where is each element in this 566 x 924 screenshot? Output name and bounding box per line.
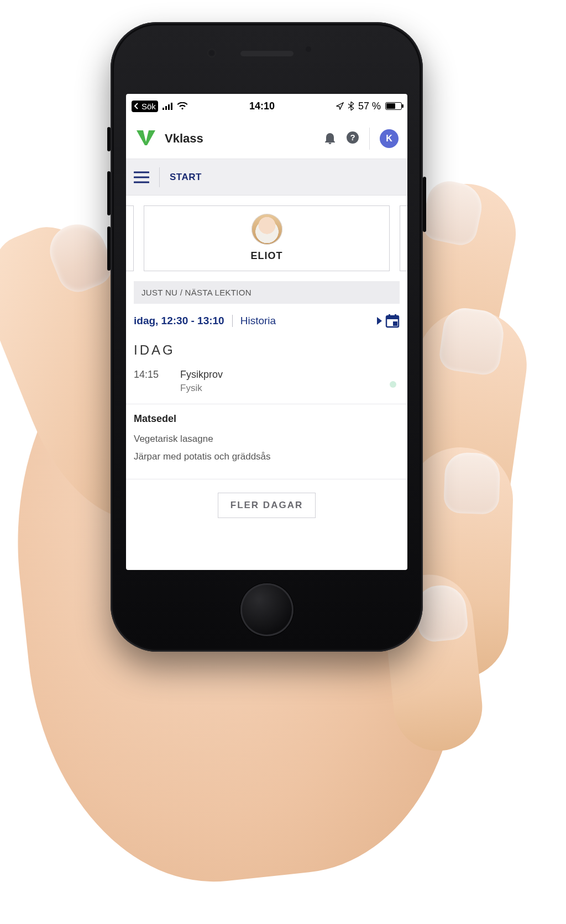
chevron-left-icon (134, 103, 139, 109)
app-name: Vklass (165, 131, 203, 146)
phone-volume-down (107, 226, 111, 271)
lunch-menu-block: Matsedel Vegetarisk lasagne Järpar med p… (126, 404, 407, 479)
event-status-dot (390, 381, 396, 388)
app-header: Vklass ? K (126, 118, 407, 159)
bluetooth-icon (348, 102, 354, 110)
more-days-button[interactable]: FLER DAGAR (218, 493, 316, 518)
hamburger-menu-button[interactable] (134, 171, 149, 183)
phone-mute-switch (107, 127, 111, 151)
wifi-icon (177, 102, 188, 110)
lunch-menu-item: Järpar med potatis och gräddsås (134, 448, 400, 466)
notifications-button[interactable] (324, 131, 336, 146)
help-icon: ? (346, 131, 359, 144)
profile-avatar[interactable]: K (380, 129, 399, 148)
student-avatar (251, 214, 282, 245)
phone-front-camera (207, 49, 216, 57)
main-content: ELIOT JUST NU / NÄSTA LEKTION idag, 12:3… (126, 196, 407, 538)
student-card[interactable]: ELIOT (144, 205, 390, 271)
today-heading: IDAG (126, 340, 407, 366)
sub-header: START (126, 159, 407, 196)
svg-rect-6 (393, 321, 397, 326)
event-time: 14:15 (134, 369, 169, 381)
subheader-divider (159, 167, 160, 187)
phone-volume-up (107, 171, 111, 215)
phone-power-button (423, 177, 426, 232)
battery-percent: 57 % (358, 101, 381, 112)
profile-initial: K (386, 134, 392, 144)
back-to-app-chip[interactable]: Sök (132, 101, 158, 112)
svg-rect-3 (386, 316, 399, 319)
battery-icon (385, 102, 402, 110)
open-calendar-button[interactable] (377, 314, 400, 328)
svg-rect-5 (395, 314, 396, 318)
phone-speaker (240, 51, 294, 56)
phone-proximity-sensor (306, 46, 311, 52)
cellular-signal-icon (163, 102, 172, 110)
back-to-app-label: Sök (142, 102, 156, 111)
screen: Sök 14:10 57 % (126, 94, 407, 570)
vklass-logo-icon (135, 129, 157, 149)
status-bar: Sök 14:10 57 % (126, 94, 407, 118)
student-name: ELIOT (251, 250, 283, 262)
next-lesson-subject: Historia (240, 315, 276, 327)
header-divider (369, 128, 370, 150)
vertical-separator (232, 315, 233, 327)
next-lesson-row[interactable]: idag, 12:30 - 13:10 Historia (126, 304, 407, 340)
today-event-row[interactable]: 14:15 Fysikprov Fysik (126, 366, 407, 404)
lunch-menu-item: Vegetarisk lasagne (134, 430, 400, 448)
phone-frame: Sök 14:10 57 % (111, 22, 423, 652)
student-card-peek-right[interactable] (400, 205, 407, 271)
bell-icon (324, 131, 336, 144)
student-carousel[interactable]: ELIOT (126, 205, 407, 281)
event-subject: Fysik (180, 383, 223, 394)
breadcrumb[interactable]: START (170, 172, 202, 183)
chevron-right-icon (377, 317, 382, 325)
calendar-icon (385, 314, 400, 328)
location-arrow-icon (336, 102, 344, 110)
svg-rect-4 (389, 314, 390, 318)
phone-home-button[interactable] (240, 583, 294, 636)
event-title: Fysikprov (180, 369, 223, 381)
help-button[interactable]: ? (346, 131, 359, 146)
status-time: 14:10 (249, 101, 275, 112)
svg-text:?: ? (350, 133, 355, 142)
section-now-next: JUST NU / NÄSTA LEKTION (134, 281, 400, 304)
lunch-menu-title: Matsedel (134, 413, 400, 425)
student-card-peek-left[interactable] (126, 205, 134, 271)
next-lesson-time: idag, 12:30 - 13:10 (134, 315, 224, 327)
